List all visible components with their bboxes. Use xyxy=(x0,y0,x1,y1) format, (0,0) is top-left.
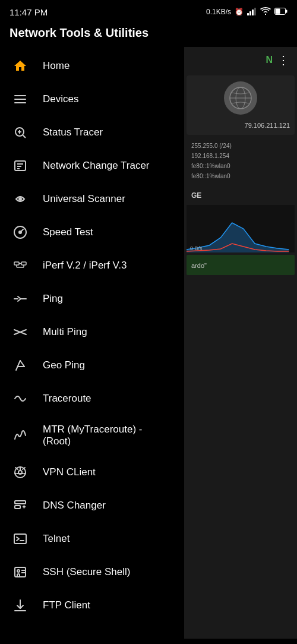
nav-label-universal-scanner: Universal Scanner xyxy=(43,193,125,205)
app-header: Network Tools & Utilities xyxy=(0,21,297,47)
svg-point-18 xyxy=(19,198,21,200)
ftp-client-icon xyxy=(12,597,29,614)
iperf-icon xyxy=(12,257,29,274)
svg-rect-37 xyxy=(15,501,26,504)
connection-type-section: GE xyxy=(187,187,295,203)
network-speed: 0.1KB/s xyxy=(206,8,231,16)
ipv6-2: fe80::1%wlan0 xyxy=(191,171,290,181)
svg-rect-2 xyxy=(252,10,254,15)
nav-item-iperf[interactable]: iPerf V.2 / iPerf V.3 xyxy=(0,249,184,282)
gateway: 192.168.1.254 xyxy=(191,151,290,161)
nav-item-traceroute[interactable]: Traceroute xyxy=(0,382,184,415)
svg-rect-1 xyxy=(249,11,251,15)
svg-rect-3 xyxy=(254,8,256,15)
svg-line-11 xyxy=(23,135,26,138)
svg-rect-8 xyxy=(14,99,26,100)
connection-type: GE xyxy=(191,191,201,200)
svg-rect-41 xyxy=(14,534,26,544)
battery-icon xyxy=(274,8,287,17)
speed-label: 0 B/s xyxy=(190,245,203,251)
ping-icon xyxy=(12,291,29,307)
ip-address: 79.106.211.121 xyxy=(191,122,290,129)
nav-label-ping: Ping xyxy=(43,293,63,305)
subnet: 255.255.0 (/24) xyxy=(191,141,290,151)
content-top-bar: N ⋮ xyxy=(184,47,297,73)
nav-item-ftp-client[interactable]: FTP Client xyxy=(0,589,184,622)
ipv6-1: fe80::1%wlan0 xyxy=(191,161,290,171)
nav-label-mtr: MTR (MyTraceroute) - (Root) xyxy=(43,424,172,447)
speed-graph xyxy=(187,205,295,252)
more-options-icon[interactable]: ⋮ xyxy=(277,53,290,67)
devices-icon xyxy=(12,91,29,108)
svg-rect-6 xyxy=(276,8,280,14)
status-bar: 11:47 PM 0.1KB/s ⏰ xyxy=(0,0,297,21)
host-section: ardo" xyxy=(187,255,295,275)
nav-item-universal-scanner[interactable]: Universal Scanner xyxy=(0,182,184,216)
nav-item-vpn-client[interactable]: VPN CLient xyxy=(0,456,184,489)
nav-item-multi-ping[interactable]: Multi Ping xyxy=(0,315,184,349)
host-label: ardo" xyxy=(191,262,207,269)
nav-label-status-tracer: Status Tracer xyxy=(43,127,103,138)
nav-item-speed-test[interactable]: Speed Test xyxy=(0,216,184,249)
connection-badge: N xyxy=(266,55,273,65)
graph-section: 0 B/s xyxy=(187,205,295,252)
traceroute-icon xyxy=(12,390,29,407)
nav-item-status-tracer[interactable]: Status Tracer xyxy=(0,116,184,149)
telnet-icon xyxy=(12,531,29,547)
universal-scanner-icon xyxy=(12,191,29,207)
status-time: 11:47 PM xyxy=(10,7,48,17)
vpn-client-icon xyxy=(12,464,29,481)
drawer-container: Home Devices St xyxy=(0,47,297,639)
nav-item-devices[interactable]: Devices xyxy=(0,83,184,116)
nav-label-network-change-tracer: Network Change Tracer xyxy=(43,160,150,172)
dns-changer-icon xyxy=(12,497,29,514)
nav-label-iperf: iPerf V.2 / iPerf V.3 xyxy=(43,260,127,272)
home-icon xyxy=(12,58,29,74)
nav-item-geo-ping[interactable]: Geo Ping xyxy=(0,349,184,382)
nav-label-devices: Devices xyxy=(43,93,78,105)
svg-line-31 xyxy=(16,361,20,370)
svg-rect-21 xyxy=(14,262,19,265)
nav-label-multi-ping: Multi Ping xyxy=(43,326,87,338)
network-change-tracer-icon xyxy=(12,157,29,174)
multi-ping-icon xyxy=(12,324,29,340)
app-title: Network Tools & Utilities xyxy=(10,26,148,40)
speed-test-icon xyxy=(12,224,29,241)
svg-rect-5 xyxy=(286,10,287,12)
nav-item-telnet[interactable]: Telnet xyxy=(0,522,184,555)
svg-rect-0 xyxy=(247,13,249,15)
nav-label-ftp-client: FTP Client xyxy=(43,599,90,611)
nav-label-vpn-client: VPN CLient xyxy=(43,466,96,478)
nav-item-ssh[interactable]: SSH (Secure Shell) xyxy=(0,555,184,589)
nav-drawer: Home Devices St xyxy=(0,47,184,639)
nav-label-dns-changer: DNS Changer xyxy=(43,500,106,512)
nav-item-network-change-tracer[interactable]: Network Change Tracer xyxy=(0,149,184,182)
status-tracer-icon xyxy=(12,124,29,141)
nav-item-mtr[interactable]: MTR (MyTraceroute) - (Root) xyxy=(0,415,184,456)
nav-label-home: Home xyxy=(43,60,69,72)
svg-line-32 xyxy=(20,361,24,367)
nav-label-telnet: Telnet xyxy=(43,533,69,545)
svg-point-44 xyxy=(17,570,20,572)
nav-item-home[interactable]: Home xyxy=(0,49,184,83)
ssh-icon xyxy=(12,564,29,580)
status-right: 0.1KB/s ⏰ xyxy=(206,7,287,17)
svg-rect-7 xyxy=(14,95,26,96)
svg-rect-38 xyxy=(15,506,20,509)
content-area: N ⋮ 79.106.211.121 255 xyxy=(184,47,297,639)
nav-label-geo-ping: Geo Ping xyxy=(43,359,85,371)
alarm-icon: ⏰ xyxy=(235,8,244,16)
globe-icon xyxy=(224,81,257,115)
mtr-icon xyxy=(12,427,29,444)
nav-label-ssh: SSH (Secure Shell) xyxy=(43,566,130,578)
nav-label-speed-test: Speed Test xyxy=(43,226,93,238)
geo-ping-icon xyxy=(12,357,29,374)
nav-item-dns-changer[interactable]: DNS Changer xyxy=(0,489,184,522)
nav-item-ping[interactable]: Ping xyxy=(0,282,184,315)
svg-rect-22 xyxy=(21,262,26,265)
wifi-icon xyxy=(260,7,271,17)
svg-rect-9 xyxy=(14,102,26,103)
network-details: 255.255.0 (/24) 192.168.1.254 fe80::1%wl… xyxy=(187,137,295,185)
signal-icon xyxy=(247,7,257,17)
nav-label-traceroute: Traceroute xyxy=(43,393,91,405)
